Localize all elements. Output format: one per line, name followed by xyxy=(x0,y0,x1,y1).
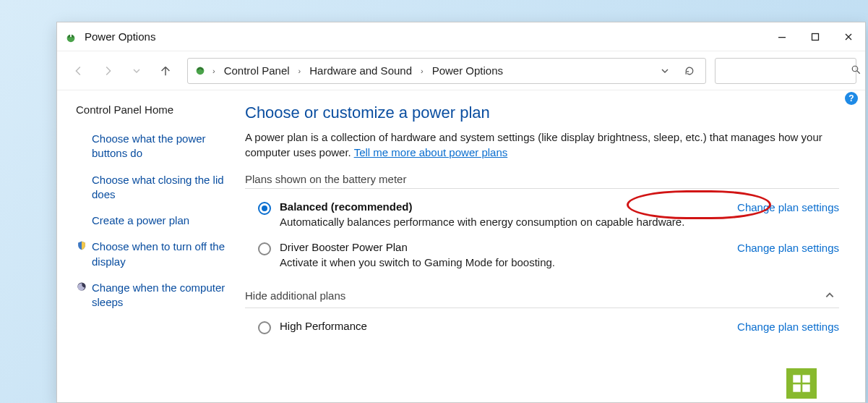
svg-rect-1 xyxy=(70,33,72,37)
svg-rect-9 xyxy=(803,375,810,382)
page-description: A power plan is a collection of hardware… xyxy=(245,130,839,160)
search-input[interactable] xyxy=(721,64,851,77)
watermark-title: Win10 xyxy=(821,371,864,386)
empty-icon xyxy=(76,173,87,184)
watermark-subtitle: 系统之家 xyxy=(821,386,864,396)
sidebar-link-closing-lid[interactable]: Choose what closing the lid does xyxy=(76,173,229,203)
change-plan-settings-link[interactable]: Change plan settings xyxy=(737,200,839,213)
plan-row-balanced: Balanced (recommended) Automatically bal… xyxy=(245,199,839,239)
svg-rect-2 xyxy=(778,37,786,38)
svg-rect-3 xyxy=(812,33,819,40)
plan-name[interactable]: High Performance xyxy=(280,320,737,332)
address-bar[interactable]: › Control Panel › Hardware and Sound › P… xyxy=(187,58,706,84)
nav-forward-button[interactable] xyxy=(95,58,121,84)
plan-radio-balanced[interactable] xyxy=(258,202,271,215)
breadcrumb-hardware-and-sound[interactable]: Hardware and Sound xyxy=(306,63,415,78)
nav-back-button[interactable] xyxy=(66,58,92,84)
address-history-dropdown[interactable] xyxy=(655,61,675,81)
window-frame: Power Options xyxy=(56,22,866,403)
nav-up-button[interactable] xyxy=(152,58,179,84)
help-button[interactable]: ? xyxy=(845,92,858,105)
change-plan-settings-link[interactable]: Change plan settings xyxy=(737,241,839,254)
change-plan-settings-link[interactable]: Change plan settings xyxy=(737,320,839,333)
sidebar-link-label: Choose when to turn off the display xyxy=(92,239,229,269)
blurb-text: A power plan is a collection of hardware… xyxy=(245,131,822,158)
chevron-right-icon: › xyxy=(297,67,303,75)
search-box[interactable] xyxy=(715,58,856,84)
power-options-addr-icon xyxy=(194,63,207,78)
svg-rect-7 xyxy=(729,381,761,399)
section-hide-additional-header[interactable]: Hide additional plans xyxy=(245,286,839,308)
shield-icon xyxy=(76,239,87,251)
sidebar-link-power-buttons[interactable]: Choose what the power buttons do xyxy=(76,132,229,161)
refresh-button[interactable] xyxy=(679,61,700,81)
section-label: Plans shown on the battery meter xyxy=(245,173,406,185)
svg-rect-11 xyxy=(803,384,810,391)
plan-name[interactable]: Driver Booster Power Plan xyxy=(280,241,737,253)
moon-icon xyxy=(76,281,87,292)
sidebar-link-turn-off-display[interactable]: Choose when to turn off the display xyxy=(76,239,229,269)
chevron-right-icon: › xyxy=(211,67,217,75)
watermark: Win10 系统之家 xyxy=(786,368,864,399)
plan-row-driver-booster: Driver Booster Power Plan Activate it wh… xyxy=(245,239,839,280)
minimize-button[interactable] xyxy=(765,22,799,51)
window-title: Power Options xyxy=(85,30,765,43)
watermark-house-icon xyxy=(716,354,774,400)
sidebar-link-label: Create a power plan xyxy=(92,213,229,228)
empty-icon xyxy=(76,213,87,225)
chevron-right-icon: › xyxy=(419,67,425,75)
tell-me-more-link[interactable]: Tell me more about power plans xyxy=(354,146,508,158)
titlebar: Power Options xyxy=(57,22,865,51)
section-battery-meter-header: Plans shown on the battery meter xyxy=(245,173,839,189)
power-options-app-icon xyxy=(64,30,77,43)
empty-icon xyxy=(76,132,87,143)
toolbar: › Control Panel › Hardware and Sound › P… xyxy=(57,51,865,90)
breadcrumb-power-options[interactable]: Power Options xyxy=(429,63,506,78)
sidebar-link-create-plan[interactable]: Create a power plan xyxy=(76,213,229,228)
chevron-up-icon[interactable] xyxy=(820,286,839,305)
sidebar-link-label: Choose what the power buttons do xyxy=(92,132,229,161)
search-icon xyxy=(851,64,861,77)
plan-description: Automatically balances performance with … xyxy=(280,216,737,228)
breadcrumb-control-panel[interactable]: Control Panel xyxy=(221,63,293,78)
control-panel-home-link[interactable]: Control Panel Home xyxy=(76,103,229,116)
sidebar: Control Panel Home Choose what the power… xyxy=(57,90,239,402)
maximize-button[interactable] xyxy=(799,22,832,51)
plan-radio-driver-booster[interactable] xyxy=(258,242,271,255)
svg-point-5 xyxy=(852,66,858,72)
plan-name[interactable]: Balanced (recommended) xyxy=(280,200,737,213)
svg-rect-10 xyxy=(794,384,801,391)
close-button[interactable] xyxy=(832,22,865,51)
sidebar-link-label: Change when the computer sleeps xyxy=(92,281,229,310)
plan-row-high-performance: High Performance Change plan settings xyxy=(245,318,839,346)
section-label: Hide additional plans xyxy=(245,289,345,302)
nav-recent-dropdown[interactable] xyxy=(124,58,150,84)
plan-radio-high-performance[interactable] xyxy=(258,321,271,334)
windows-logo-icon xyxy=(786,368,817,399)
sidebar-link-label: Choose what closing the lid does xyxy=(92,173,229,203)
plan-description: Activate it when you switch to Gaming Mo… xyxy=(280,256,737,268)
page-title: Choose or customize a power plan xyxy=(245,103,839,122)
sidebar-link-computer-sleeps[interactable]: Change when the computer sleeps xyxy=(76,281,229,310)
svg-rect-8 xyxy=(794,375,801,382)
